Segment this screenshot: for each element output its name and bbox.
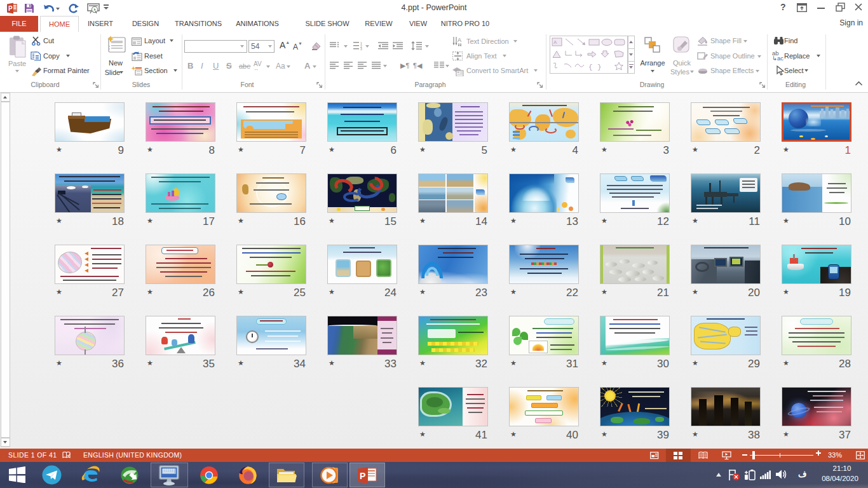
svg-text:}: } [597, 64, 602, 71]
svg-text:3: 3 [360, 47, 362, 50]
svg-text:{: { [588, 64, 593, 71]
svg-text:P: P [360, 471, 365, 481]
svg-text:A: A [553, 39, 557, 45]
svg-text:A: A [458, 37, 461, 43]
